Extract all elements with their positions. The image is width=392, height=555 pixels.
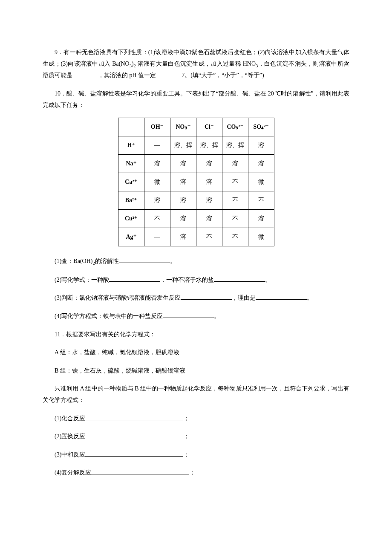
blank-fill[interactable]: [109, 276, 160, 282]
cell: 溶: [170, 155, 196, 173]
header-no3: NO₃⁻: [170, 118, 196, 136]
q9-text-d: ，其溶液的 pH 值一定: [98, 72, 156, 78]
blank-fill[interactable]: [91, 469, 189, 474]
q9-sub-2: 2: [134, 63, 136, 68]
q10-part1: (1)查：Ba(OH)2的溶解性。: [43, 256, 349, 268]
row-ion: Cu²⁺: [118, 210, 144, 228]
solubility-table: OH⁻ NO₃⁻ Cl⁻ CO₃²⁻ SO₄²⁻ H⁺ — 溶、挥 溶、挥 溶、…: [118, 118, 274, 246]
q10-p3-b: ，理由是: [232, 295, 256, 301]
cell: 溶: [248, 210, 274, 228]
q9-sub-3: 3: [130, 63, 132, 68]
blank-fill[interactable]: [85, 451, 183, 457]
q10-p1-b: 的溶解性: [95, 258, 119, 264]
cell: 溶、挥: [196, 136, 222, 155]
cell: 微: [248, 173, 274, 191]
q10-p2-b: ，一种不溶于水的盐: [160, 277, 214, 283]
q10-p3-a: (3)判断：氯化钠溶液与硝酸钙溶液能否发生反应: [55, 295, 181, 301]
q10-p2-c: 。: [265, 277, 271, 283]
cell: 溶: [248, 155, 274, 173]
q11-i2-label: (2)置换反应: [55, 433, 85, 439]
cell: 溶、挥: [170, 136, 196, 155]
cell: 溶: [248, 136, 274, 155]
cell: 不: [248, 191, 274, 210]
cell: —: [144, 136, 170, 155]
question-9: 9．有一种无色溶液具有下列性质：(1)该溶液中滴加紫色石蕊试液后变红色；(2)向…: [43, 47, 349, 81]
cell: 溶: [222, 155, 248, 173]
cell: 溶: [170, 210, 196, 228]
table-row: Ag⁺ — 溶 不 不 微: [118, 228, 274, 246]
semi: ；: [183, 451, 189, 458]
cell: 不: [222, 210, 248, 228]
table-row: Cu²⁺ 不 溶 溶 不 溶: [118, 210, 274, 228]
blank-fill[interactable]: [156, 72, 182, 77]
cell: 不: [222, 191, 248, 210]
q10-p3-c: 。: [307, 295, 313, 301]
cell: 溶: [196, 155, 222, 173]
question-10-intro: 10．酸、碱、盐溶解性表是学习化学的重要工具。下表列出了“部分酸、碱、盐在 20…: [43, 88, 349, 111]
blank-fill[interactable]: [181, 295, 232, 300]
header-co3: CO₃²⁻: [222, 118, 248, 136]
row-ion: H⁺: [118, 136, 144, 155]
row-ion: Na⁺: [118, 155, 144, 173]
cell: 溶: [144, 155, 170, 173]
q10-p2-a: (2)写化学式：一种酸: [55, 277, 109, 283]
q11-item3: (3)中和反应；: [43, 449, 349, 461]
q10-part3: (3)判断：氯化钠溶液与硝酸钙溶液能否发生反应，理由是。: [43, 292, 349, 304]
q11-item1: (1)化合反应；: [43, 413, 349, 425]
table-row: Ba²⁺ 溶 溶 溶 不 不: [118, 191, 274, 210]
blank-fill[interactable]: [163, 312, 214, 318]
q11-group-a: A 组：水，盐酸，纯碱，氯化钡溶液，胆矾溶液: [43, 347, 349, 358]
table-header-row: OH⁻ NO₃⁻ Cl⁻ CO₃²⁻ SO₄²⁻: [118, 118, 274, 136]
table-row: Na⁺ 溶 溶 溶 溶 溶: [118, 155, 274, 173]
header-oh: OH⁻: [144, 118, 170, 136]
header-cl: Cl⁻: [196, 118, 222, 136]
cell: 溶: [170, 191, 196, 210]
q10-p4-b: 。: [214, 313, 220, 319]
cell: 溶: [196, 210, 222, 228]
q10-p1-c: 。: [170, 258, 176, 264]
cell: 不: [222, 228, 248, 246]
q11-item4: (4)复分解反应；: [43, 467, 349, 479]
blank-fill[interactable]: [85, 433, 183, 438]
blank-fill[interactable]: [119, 257, 170, 263]
q11-condition: 只准利用 A 组中的一种物质与 B 组中的一种物质起化学反应，每种物质只准利用一…: [43, 383, 349, 406]
semi: ；: [183, 433, 189, 439]
solubility-table-wrap: OH⁻ NO₃⁻ Cl⁻ CO₃²⁻ SO₄²⁻ H⁺ — 溶、挥 溶、挥 溶、…: [43, 118, 349, 246]
document-page: 9．有一种无色溶液具有下列性质：(1)该溶液中滴加紫色石蕊试液后变红色；(2)向…: [0, 0, 392, 555]
cell: 溶: [196, 191, 222, 210]
cell: 溶: [170, 228, 196, 246]
cell: 溶、挥: [222, 136, 248, 155]
q11-group-b: B 组：铁，生石灰，硫酸，烧碱溶液，硝酸银溶液: [43, 365, 349, 377]
blank-fill[interactable]: [214, 276, 265, 282]
row-ion: Ag⁺: [118, 228, 144, 246]
cell: 溶: [144, 191, 170, 210]
cell: 不: [222, 173, 248, 191]
header-so4: SO₄²⁻: [248, 118, 274, 136]
q10-part2: (2)写化学式：一种酸，一种不溶于水的盐。: [43, 275, 349, 286]
cell: 不: [144, 210, 170, 228]
table-row: H⁺ — 溶、挥 溶、挥 溶、挥 溶: [118, 136, 274, 155]
blank-fill[interactable]: [85, 415, 183, 420]
q10-part4: (4)写化学方程式：铁与表中的一种盐反应。: [43, 311, 349, 322]
q11-i3-label: (3)中和反应: [55, 451, 85, 458]
cell: 微: [144, 173, 170, 191]
row-ion: Ba²⁺: [118, 191, 144, 210]
semi: ；: [183, 415, 189, 422]
blank-fill[interactable]: [256, 295, 307, 300]
row-ion: Ca²⁺: [118, 173, 144, 191]
q10-p1-a: (1)查：Ba(OH): [55, 258, 92, 264]
q9-text-b: 溶液有大量白色沉淀生成，加入过量稀 HNO: [138, 61, 256, 67]
cell: 溶: [196, 173, 222, 191]
cell: 不: [196, 228, 222, 246]
cell: 微: [248, 228, 274, 246]
header-blank: [118, 118, 144, 136]
q9-text-e: 7。(填“大于”，“小于”，“等于”): [182, 72, 264, 78]
q11-i1-label: (1)化合反应: [55, 415, 85, 422]
blank-fill[interactable]: [72, 72, 98, 77]
table-row: Ca²⁺ 微 溶 溶 不 微: [118, 173, 274, 191]
q11-item2: (2)置换反应；: [43, 431, 349, 442]
q10-p4-a: (4)写化学方程式：铁与表中的一种盐反应: [55, 313, 163, 319]
question-11-intro: 11．根据要求写出有关的化学方程式：: [43, 329, 349, 341]
cell: —: [144, 228, 170, 246]
cell: 溶: [170, 173, 196, 191]
